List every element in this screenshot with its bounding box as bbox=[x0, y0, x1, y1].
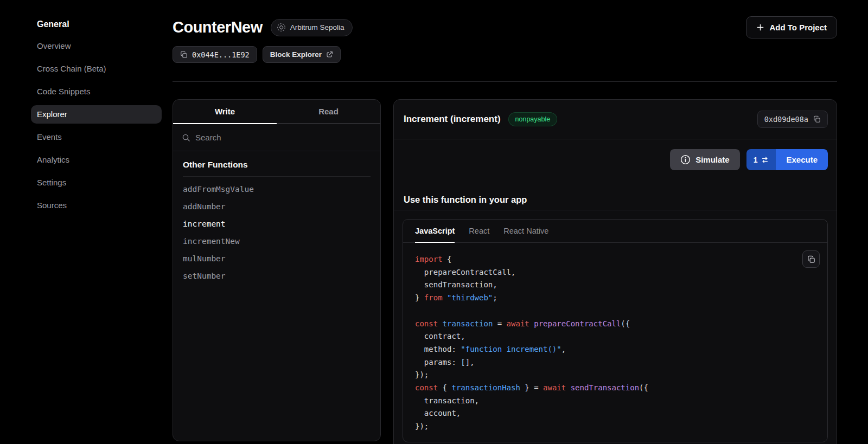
network-badge[interactable]: Arbitrum Sepolia bbox=[271, 19, 353, 36]
code-lines: import { prepareContractCall, sendTransa… bbox=[415, 253, 815, 433]
sidebar-item-sources[interactable]: Sources bbox=[31, 196, 162, 215]
function-item-increment[interactable]: increment bbox=[183, 215, 371, 233]
tab-react[interactable]: React bbox=[469, 220, 489, 242]
code-block: import { prepareContractCall, sendTransa… bbox=[403, 243, 827, 442]
execute-label: Execute bbox=[786, 155, 818, 164]
search-input[interactable] bbox=[195, 133, 372, 142]
network-badge-label: Arbitrum Sepolia bbox=[290, 23, 344, 31]
code-line: contract, bbox=[415, 330, 815, 343]
sidebar-item-code-snippets[interactable]: Code Snippets bbox=[31, 82, 162, 101]
mutability-badge: nonpayable bbox=[508, 112, 558, 126]
search-icon bbox=[182, 133, 190, 142]
function-detail-header: Increment (increment) nonpayable 0xd09de… bbox=[394, 100, 837, 139]
contract-address-label: 0x044E...1E92 bbox=[192, 50, 250, 59]
usage-divider bbox=[394, 210, 837, 210]
function-search bbox=[173, 124, 380, 151]
copy-code-button[interactable] bbox=[802, 250, 820, 268]
sidebar-section-title: General bbox=[31, 20, 162, 29]
code-line bbox=[415, 305, 815, 318]
execute-split-button: 1 Execute bbox=[746, 149, 828, 170]
external-link-icon bbox=[326, 51, 333, 58]
swap-arrows-icon bbox=[761, 156, 769, 164]
function-actions: Simulate 1 Execute bbox=[394, 139, 837, 170]
code-line: sendTransaction, bbox=[415, 279, 815, 292]
add-to-project-label: Add To Project bbox=[769, 23, 827, 32]
function-item-addnumber[interactable]: addNumber bbox=[183, 198, 371, 215]
code-line: params: [], bbox=[415, 356, 815, 369]
selector-button[interactable]: 0xd09de08a bbox=[757, 111, 828, 128]
code-line: transaction, bbox=[415, 395, 815, 408]
usage-title: Use this function in your app bbox=[404, 195, 827, 205]
tab-read[interactable]: Read bbox=[277, 100, 380, 123]
explorer-content: Write Read Other Functions addFromMsgVal… bbox=[173, 99, 837, 444]
execute-button[interactable]: Execute bbox=[776, 149, 828, 170]
simulate-label: Simulate bbox=[695, 155, 730, 164]
function-group-title: Other Functions bbox=[183, 160, 371, 170]
contract-meta-row: 0x044E...1E92 Block Explorer bbox=[173, 46, 837, 63]
sidebar-nav: OverviewCross Chain (Beta)Code SnippetsE… bbox=[31, 37, 162, 215]
sidebar-item-events[interactable]: Events bbox=[31, 128, 162, 146]
contract-address-button[interactable]: 0x044E...1E92 bbox=[173, 46, 257, 63]
block-explorer-button[interactable]: Block Explorer bbox=[263, 46, 341, 63]
code-line: }); bbox=[415, 369, 815, 382]
code-line: const transaction = await prepareContrac… bbox=[415, 318, 815, 331]
main-content: CounterNew Arbitrum Sepolia Add To Proje… bbox=[173, 0, 837, 444]
execute-count: 1 bbox=[754, 156, 758, 164]
plus-icon bbox=[756, 23, 764, 31]
code-line: } from "thirdweb"; bbox=[415, 292, 815, 305]
function-list-section: Other Functions addFromMsgValueaddNumber… bbox=[173, 151, 380, 293]
code-line: }); bbox=[415, 420, 815, 433]
tab-write[interactable]: Write bbox=[173, 100, 277, 123]
add-to-project-button[interactable]: Add To Project bbox=[746, 16, 837, 38]
tab-javascript[interactable]: JavaScript bbox=[415, 220, 455, 242]
function-item-addfrommsgvalue[interactable]: addFromMsgValue bbox=[183, 181, 371, 198]
block-explorer-label: Block Explorer bbox=[270, 50, 322, 59]
code-language-tabs: JavaScript React React Native bbox=[403, 220, 827, 243]
simulate-button[interactable]: Simulate bbox=[670, 149, 740, 170]
header-divider bbox=[173, 81, 837, 82]
tab-react-native[interactable]: React Native bbox=[503, 220, 548, 242]
code-line: const { transactionHash } = await sendTr… bbox=[415, 382, 815, 395]
function-detail-panel: Increment (increment) nonpayable 0xd09de… bbox=[393, 99, 837, 444]
sidebar-item-analytics[interactable]: Analytics bbox=[31, 151, 162, 169]
contract-header: CounterNew Arbitrum Sepolia Add To Proje… bbox=[173, 16, 837, 38]
sidebar-item-settings[interactable]: Settings bbox=[31, 173, 162, 192]
write-read-tabs: Write Read bbox=[173, 100, 380, 124]
selector-label: 0xd09de08a bbox=[764, 115, 808, 124]
page-title: CounterNew bbox=[173, 18, 263, 36]
copy-icon bbox=[813, 115, 821, 123]
info-icon bbox=[680, 155, 691, 165]
network-icon bbox=[277, 23, 286, 32]
code-line: prepareContractCall, bbox=[415, 266, 815, 279]
copy-icon bbox=[180, 51, 188, 59]
function-list: addFromMsgValueaddNumberincrementincreme… bbox=[183, 181, 371, 285]
code-line: account, bbox=[415, 407, 815, 420]
code-line: import { bbox=[415, 253, 815, 266]
function-item-incrementnew[interactable]: incrementNew bbox=[183, 233, 371, 250]
functions-panel: Write Read Other Functions addFromMsgVal… bbox=[173, 99, 381, 441]
sidebar-item-overview[interactable]: Overview bbox=[31, 37, 162, 55]
code-line: method: "function increment()", bbox=[415, 343, 815, 356]
function-item-setnumber[interactable]: setNumber bbox=[183, 267, 371, 285]
sidebar: General OverviewCross Chain (Beta)Code S… bbox=[31, 20, 162, 219]
sidebar-item-explorer[interactable]: Explorer bbox=[31, 105, 162, 124]
sidebar-item-cross-chain-beta[interactable]: Cross Chain (Beta) bbox=[31, 60, 162, 78]
function-group-divider bbox=[183, 176, 371, 177]
code-snippet-container: JavaScript React React Native import { p… bbox=[403, 219, 828, 442]
function-title: Increment (increment) bbox=[404, 114, 501, 125]
function-item-mulnumber[interactable]: mulNumber bbox=[183, 250, 371, 267]
execute-count-button[interactable]: 1 bbox=[746, 149, 776, 170]
